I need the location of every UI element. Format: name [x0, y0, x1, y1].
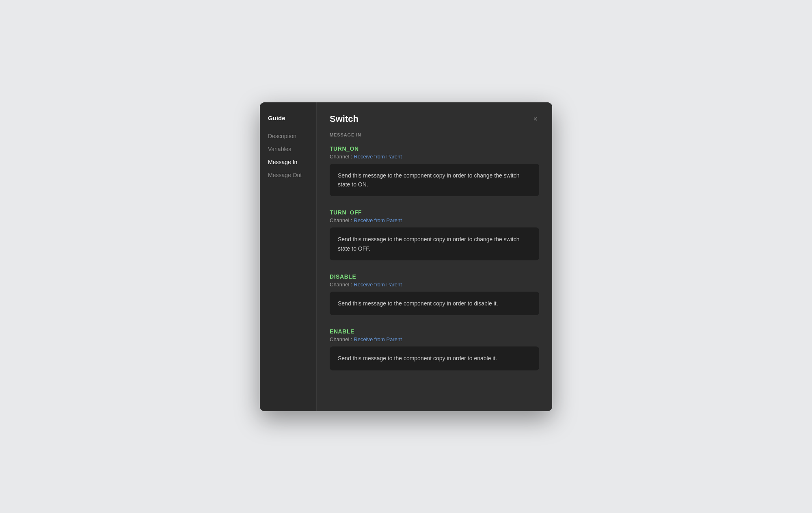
sidebar: Guide DescriptionVariablesMessage InMess…	[260, 102, 317, 411]
channel-link-turn_on[interactable]: Receive from Parent	[354, 154, 402, 160]
message-channel-enable: Channel : Receive from Parent	[330, 336, 539, 342]
message-name-turn_on: TURN_ON	[330, 145, 539, 152]
dialog: Guide DescriptionVariablesMessage InMess…	[260, 102, 552, 411]
sidebar-item-message-out[interactable]: Message Out	[260, 169, 316, 182]
page-title: Switch	[330, 114, 358, 124]
close-button[interactable]: ×	[531, 114, 539, 124]
section-label: MESSAGE IN	[330, 132, 539, 137]
message-block-turn_on: TURN_ONChannel : Receive from ParentSend…	[330, 145, 539, 197]
sidebar-item-message-in[interactable]: Message In	[260, 156, 316, 169]
sidebar-item-description[interactable]: Description	[260, 130, 316, 143]
channel-link-disable[interactable]: Receive from Parent	[354, 281, 402, 288]
message-block-enable: ENABLEChannel : Receive from ParentSend …	[330, 328, 539, 370]
message-name-disable: DISABLE	[330, 273, 539, 280]
message-channel-turn_off: Channel : Receive from Parent	[330, 217, 539, 223]
message-channel-turn_on: Channel : Receive from Parent	[330, 154, 539, 160]
message-desc-turn_off: Send this message to the component copy …	[330, 227, 539, 260]
channel-link-enable[interactable]: Receive from Parent	[354, 336, 402, 342]
message-block-turn_off: TURN_OFFChannel : Receive from ParentSen…	[330, 209, 539, 260]
message-channel-disable: Channel : Receive from Parent	[330, 281, 539, 288]
messages-container: TURN_ONChannel : Receive from ParentSend…	[330, 145, 539, 370]
message-name-enable: ENABLE	[330, 328, 539, 335]
message-desc-enable: Send this message to the component copy …	[330, 346, 539, 370]
message-block-disable: DISABLEChannel : Receive from ParentSend…	[330, 273, 539, 315]
sidebar-title: Guide	[260, 115, 316, 130]
channel-link-turn_off[interactable]: Receive from Parent	[354, 217, 402, 223]
main-header: Switch ×	[317, 102, 552, 132]
sidebar-nav: DescriptionVariablesMessage InMessage Ou…	[260, 130, 316, 182]
message-desc-turn_on: Send this message to the component copy …	[330, 164, 539, 197]
message-desc-disable: Send this message to the component copy …	[330, 292, 539, 315]
main-body: MESSAGE IN TURN_ONChannel : Receive from…	[317, 132, 552, 411]
sidebar-item-variables[interactable]: Variables	[260, 143, 316, 156]
message-name-turn_off: TURN_OFF	[330, 209, 539, 216]
main-content: Switch × MESSAGE IN TURN_ONChannel : Rec…	[317, 102, 552, 411]
